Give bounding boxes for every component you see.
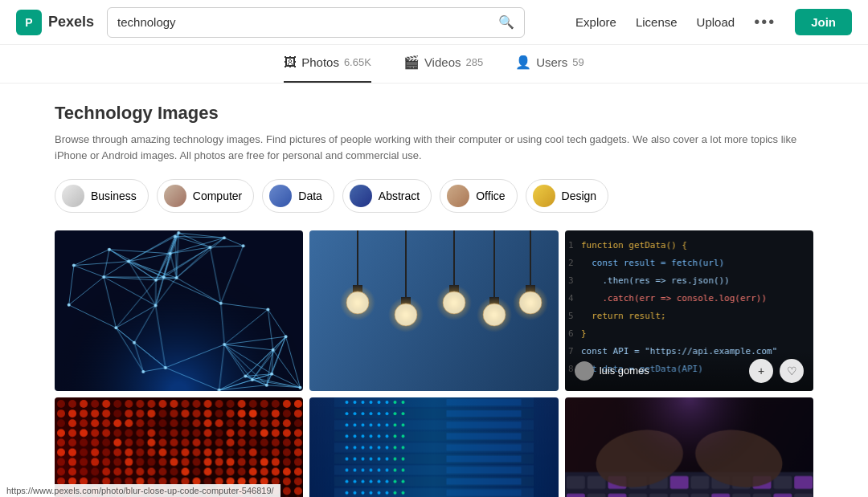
category-abstract[interactable]: Abstract	[342, 179, 432, 213]
image-6[interactable]	[565, 397, 813, 497]
image-canvas-2	[309, 230, 558, 391]
like-button-3[interactable]: ♡	[780, 359, 804, 383]
category-design-label: Design	[562, 189, 597, 202]
category-computer[interactable]: Computer	[157, 179, 254, 213]
page-description: Browse through amazing technology images…	[55, 132, 813, 163]
tab-users[interactable]: 👤 Users 59	[515, 45, 584, 83]
author-info-3: luis gomes	[575, 361, 649, 381]
category-office-label: Office	[476, 189, 505, 202]
category-computer-thumb	[164, 185, 186, 207]
header-nav: Explore License Upload ••• Join	[575, 9, 852, 35]
license-link[interactable]: License	[636, 15, 678, 29]
add-to-collection-button-3[interactable]: +	[749, 359, 773, 383]
category-business[interactable]: Business	[55, 179, 149, 213]
image-canvas-1	[55, 230, 303, 391]
logo-icon: P	[16, 10, 42, 35]
image-1[interactable]	[55, 230, 303, 391]
image-grid: luis gomes + ♡	[55, 230, 813, 497]
search-bar: 🔍	[107, 7, 525, 38]
author-avatar-3	[575, 361, 594, 381]
logo[interactable]: P Pexels	[16, 10, 94, 35]
tab-photos[interactable]: 🖼 Photos 6.65K	[284, 45, 371, 83]
videos-icon: 🎬	[403, 55, 420, 70]
image-2[interactable]	[309, 230, 558, 391]
image-4[interactable]	[55, 397, 303, 497]
category-abstract-thumb	[350, 185, 372, 207]
videos-count: 285	[465, 56, 483, 68]
search-input[interactable]	[117, 15, 498, 29]
categories-row: Business Computer Data Abstract Office D…	[55, 179, 813, 213]
main-content: Technology Images Browse through amazing…	[0, 84, 868, 497]
category-data-thumb	[269, 185, 292, 207]
category-business-label: Business	[91, 189, 137, 202]
users-icon: 👤	[515, 55, 531, 70]
status-url: https://www.pexels.com/photo/blur-close-…	[6, 486, 274, 495]
category-office[interactable]: Office	[440, 179, 517, 213]
upload-link[interactable]: Upload	[697, 15, 735, 29]
logo-text: Pexels	[48, 14, 94, 31]
image-canvas-5	[309, 397, 558, 497]
explore-link[interactable]: Explore	[575, 15, 616, 29]
photos-label: Photos	[301, 55, 339, 69]
image-canvas-4	[55, 397, 303, 497]
category-design-thumb	[533, 185, 555, 207]
category-business-thumb	[62, 185, 84, 207]
videos-label: Videos	[424, 55, 461, 69]
header: P Pexels 🔍 Explore License Upload ••• Jo…	[0, 0, 868, 45]
image-5[interactable]	[309, 397, 558, 497]
join-button[interactable]: Join	[795, 9, 852, 35]
category-computer-label: Computer	[193, 189, 242, 202]
image-3[interactable]: luis gomes + ♡	[565, 230, 813, 391]
search-button[interactable]: 🔍	[498, 14, 514, 30]
category-data[interactable]: Data	[262, 179, 334, 213]
category-design[interactable]: Design	[526, 179, 609, 213]
category-abstract-label: Abstract	[379, 189, 420, 202]
photos-icon: 🖼	[284, 55, 297, 70]
users-label: Users	[536, 55, 567, 69]
image-overlay-3: luis gomes + ♡	[565, 351, 813, 391]
status-bar: https://www.pexels.com/photo/blur-close-…	[0, 484, 280, 497]
author-name-3: luis gomes	[600, 365, 649, 377]
image-canvas-6	[565, 397, 813, 497]
image-actions-3: + ♡	[749, 359, 804, 383]
more-button[interactable]: •••	[754, 13, 776, 31]
page-title: Technology Images	[55, 103, 813, 124]
users-count: 59	[572, 56, 583, 68]
tab-videos[interactable]: 🎬 Videos 285	[403, 45, 483, 83]
photos-count: 6.65K	[344, 56, 371, 68]
category-office-thumb	[447, 185, 469, 207]
tabs-bar: 🖼 Photos 6.65K 🎬 Videos 285 👤 Users 59	[0, 45, 868, 84]
category-data-label: Data	[298, 189, 322, 202]
